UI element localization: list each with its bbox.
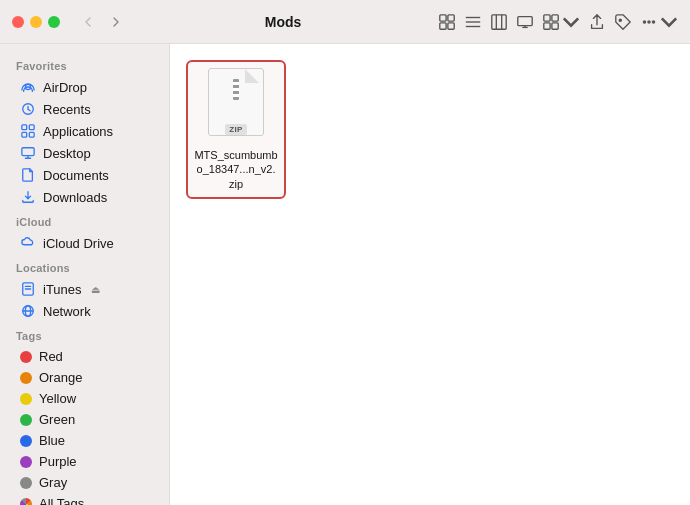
yellow-tag-dot (20, 393, 32, 405)
icon-grid-view[interactable] (438, 13, 456, 31)
sidebar-item-itunes[interactable]: iTunes ⏏ (4, 278, 165, 300)
icloud-drive-label: iCloud Drive (43, 236, 114, 251)
sidebar-item-documents[interactable]: Documents (4, 164, 165, 186)
tag-button[interactable] (614, 13, 632, 31)
blue-tag-dot (20, 435, 32, 447)
green-tag-label: Green (39, 412, 75, 427)
svg-rect-3 (448, 22, 454, 28)
file-name: MTS_scumbumbo_18347...n_v2.zip (194, 148, 278, 191)
icon-list-view[interactable] (464, 13, 482, 31)
main-container: Favorites AirDrop Recents Applications D… (0, 44, 690, 505)
svg-rect-2 (440, 22, 446, 28)
sidebar-item-all-tags[interactable]: All Tags... (4, 493, 165, 505)
share-button[interactable] (588, 13, 606, 31)
orange-tag-label: Orange (39, 370, 82, 385)
airdrop-label: AirDrop (43, 80, 87, 95)
documents-label: Documents (43, 168, 109, 183)
svg-rect-16 (552, 22, 558, 28)
sidebar-item-tag-green[interactable]: Green (4, 409, 165, 430)
recents-icon (20, 101, 36, 117)
svg-rect-14 (552, 14, 558, 20)
sidebar-item-downloads[interactable]: Downloads (4, 186, 165, 208)
airdrop-icon (20, 79, 36, 95)
svg-point-20 (652, 20, 654, 22)
svg-rect-0 (440, 14, 446, 20)
sidebar-item-tag-yellow[interactable]: Yellow (4, 388, 165, 409)
eject-icon[interactable]: ⏏ (91, 284, 100, 295)
all-tags-label: All Tags... (39, 496, 95, 505)
desktop-icon (20, 145, 36, 161)
maximize-button[interactable] (48, 16, 60, 28)
svg-rect-1 (448, 14, 454, 20)
svg-point-17 (619, 19, 621, 21)
svg-rect-27 (22, 148, 34, 156)
sidebar: Favorites AirDrop Recents Applications D… (0, 44, 170, 505)
svg-point-18 (643, 20, 645, 22)
svg-rect-24 (29, 125, 34, 130)
file-grid: ZIP MTS_scumbumbo_18347...n_v2.zip (186, 60, 674, 199)
sidebar-item-tag-orange[interactable]: Orange (4, 367, 165, 388)
sidebar-item-desktop[interactable]: Desktop (4, 142, 165, 164)
itunes-label: iTunes (43, 282, 82, 297)
network-label: Network (43, 304, 91, 319)
sidebar-item-applications[interactable]: Applications (4, 120, 165, 142)
svg-rect-13 (544, 14, 550, 20)
sidebar-item-tag-blue[interactable]: Blue (4, 430, 165, 451)
svg-rect-15 (544, 22, 550, 28)
file-item[interactable]: ZIP MTS_scumbumbo_18347...n_v2.zip (186, 60, 286, 199)
svg-rect-9 (492, 14, 506, 28)
content-area: ZIP MTS_scumbumbo_18347...n_v2.zip (170, 44, 690, 505)
green-tag-dot (20, 414, 32, 426)
gray-tag-dot (20, 477, 32, 489)
icon-gallery-view[interactable] (516, 13, 534, 31)
sidebar-item-network[interactable]: Network (4, 300, 165, 322)
purple-tag-label: Purple (39, 454, 77, 469)
tags-section-title: Tags (0, 322, 169, 346)
title-bar: Mods (0, 0, 690, 44)
sidebar-item-tag-purple[interactable]: Purple (4, 451, 165, 472)
svg-rect-25 (22, 132, 27, 137)
applications-icon (20, 123, 36, 139)
desktop-label: Desktop (43, 146, 91, 161)
blue-tag-label: Blue (39, 433, 65, 448)
window-title: Mods (128, 14, 438, 30)
svg-rect-23 (22, 125, 27, 130)
icon-column-view[interactable] (490, 13, 508, 31)
purple-tag-dot (20, 456, 32, 468)
toolbar-icons (438, 13, 678, 31)
orange-tag-dot (20, 372, 32, 384)
icloud-icon (20, 235, 36, 251)
forward-button[interactable] (104, 10, 128, 34)
svg-rect-26 (29, 132, 34, 137)
svg-point-19 (648, 20, 650, 22)
sidebar-item-icloud-drive[interactable]: iCloud Drive (4, 232, 165, 254)
applications-label: Applications (43, 124, 113, 139)
downloads-label: Downloads (43, 190, 107, 205)
nav-buttons (76, 10, 128, 34)
svg-rect-10 (518, 16, 532, 25)
documents-icon (20, 167, 36, 183)
gray-tag-label: Gray (39, 475, 67, 490)
close-button[interactable] (12, 16, 24, 28)
sidebar-item-recents[interactable]: Recents (4, 98, 165, 120)
icloud-section-title: iCloud (0, 208, 169, 232)
network-icon (20, 303, 36, 319)
downloads-icon (20, 189, 36, 205)
yellow-tag-label: Yellow (39, 391, 76, 406)
recents-label: Recents (43, 102, 91, 117)
sidebar-item-tag-red[interactable]: Red (4, 346, 165, 367)
locations-section-title: Locations (0, 254, 169, 278)
icon-view-options[interactable] (542, 13, 580, 31)
more-button[interactable] (640, 13, 678, 31)
zip-file-icon: ZIP (204, 68, 268, 144)
minimize-button[interactable] (30, 16, 42, 28)
itunes-icon (20, 281, 36, 297)
sidebar-item-airdrop[interactable]: AirDrop (4, 76, 165, 98)
red-tag-label: Red (39, 349, 63, 364)
back-button[interactable] (76, 10, 100, 34)
sidebar-item-tag-gray[interactable]: Gray (4, 472, 165, 493)
all-tags-dot (20, 498, 32, 506)
favorites-section-title: Favorites (0, 52, 169, 76)
red-tag-dot (20, 351, 32, 363)
traffic-lights (12, 16, 60, 28)
